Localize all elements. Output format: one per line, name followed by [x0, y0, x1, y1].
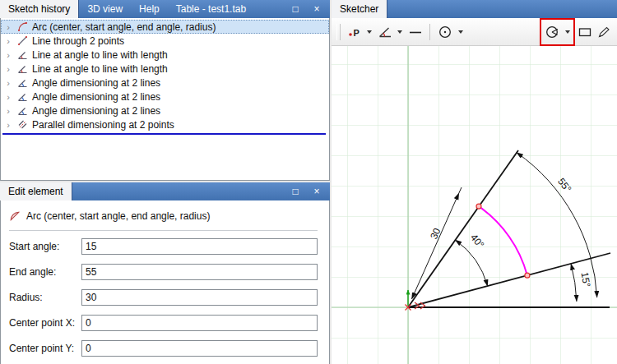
expander-icon[interactable]: ›	[4, 64, 12, 74]
list-item-label: Line at angle to line with length	[32, 63, 168, 75]
chevron-down-icon	[367, 30, 372, 34]
element-header: Arc (center, start angle, end angle, rad…	[9, 207, 318, 225]
form-field-center-x: Center point X:	[9, 315, 318, 331]
close-button[interactable]: ×	[308, 184, 326, 199]
edit-element-title: Edit element	[0, 182, 72, 200]
insertion-marker	[2, 133, 326, 135]
pencil-tool-button[interactable]	[595, 22, 614, 42]
list-item-angle-dim[interactable]: › Angle dimensioning at 2 lines	[1, 104, 329, 117]
window-controls: □ ×	[286, 182, 330, 200]
list-item-line-angle[interactable]: › Line at angle to line with length	[1, 62, 329, 76]
angle-dimension-icon	[16, 91, 28, 102]
list-item-parallel-dim[interactable]: › Parallel dimensioning at 2 points	[1, 117, 329, 131]
expander-icon[interactable]: ›	[4, 92, 12, 102]
list-item-label: Angle dimensioning at 2 lines	[32, 91, 160, 103]
maximize-button[interactable]: □	[286, 184, 304, 199]
list-item-label: Parallel dimensioning at 2 points	[32, 119, 174, 131]
sketcher-toolbar: P	[332, 18, 617, 46]
field-label: Radius:	[9, 292, 81, 303]
field-label: Start angle:	[9, 241, 81, 252]
end-angle-input[interactable]	[81, 264, 318, 280]
form-field-radius: Radius:	[9, 289, 318, 306]
close-button[interactable]: ×	[308, 2, 326, 16]
list-item-arc[interactable]: › Arc (center, start angle, end angle, r…	[1, 20, 329, 34]
tab-3d-view[interactable]: 3D view	[79, 0, 131, 18]
arc-endpoint-end[interactable]	[476, 204, 481, 209]
toolbar-grip-handle[interactable]	[336, 24, 341, 40]
expander-icon[interactable]: ›	[4, 22, 12, 32]
arc-icon	[9, 211, 21, 222]
tab-help[interactable]: Help	[131, 0, 168, 18]
tab-table-test1[interactable]: Table - test1.tab	[168, 0, 254, 18]
list-item-label: Angle dimensioning at 2 lines	[32, 105, 160, 117]
expander-icon[interactable]: ›	[4, 106, 12, 116]
point-tool-button[interactable]: P	[345, 22, 364, 42]
line-at-angle-icon	[16, 63, 28, 74]
arc-tool-button[interactable]	[542, 22, 562, 42]
list-item-label: Line at angle to line with length	[32, 49, 168, 61]
parallel-dimension-icon	[16, 119, 28, 130]
window-controls: □ ×	[286, 0, 330, 18]
line-at-angle-icon	[16, 49, 28, 60]
radius-input[interactable]	[81, 289, 318, 306]
center-y-input[interactable]	[81, 340, 318, 357]
sketcher-tabbar: Sketcher	[332, 0, 617, 18]
grid	[332, 46, 617, 364]
rectangle-tool-button[interactable]	[575, 22, 594, 42]
center-x-input[interactable]	[81, 315, 318, 331]
form-field-center-y: Center point Y:	[9, 340, 318, 357]
field-label: End angle:	[9, 266, 81, 278]
form-field-end-angle: End angle:	[9, 264, 318, 280]
edit-titlebar: Edit element □ ×	[0, 182, 330, 200]
arc-icon	[16, 21, 28, 32]
tab-sketch-history[interactable]: Sketch history	[0, 0, 79, 18]
chevron-down-icon	[397, 30, 402, 34]
point-tool-group: P	[345, 21, 375, 44]
list-item-label: Angle dimensioning at 2 lines	[32, 77, 160, 89]
form-field-start-angle: Start angle:	[9, 238, 318, 255]
sketcher-panel: Sketcher P	[332, 0, 617, 364]
expander-icon[interactable]: ›	[4, 78, 12, 88]
circle-tool-button[interactable]	[435, 22, 455, 42]
point-tool-dropdown[interactable]	[364, 22, 375, 42]
line-icon	[16, 35, 28, 46]
drawing-canvas[interactable]: 30 40° 55° 15°	[332, 46, 617, 364]
circle-tool-group	[435, 21, 466, 44]
separator	[9, 230, 318, 231]
chevron-down-icon	[458, 30, 463, 34]
edit-form: Arc (center, start angle, end angle, rad…	[0, 200, 330, 364]
start-angle-input[interactable]	[81, 238, 318, 255]
field-label: Center point Y:	[9, 343, 81, 354]
edit-element-panel: Edit element □ × Arc (center, start angl…	[0, 182, 330, 364]
arc-endpoint-start[interactable]	[525, 273, 530, 278]
expander-icon[interactable]: ›	[4, 50, 12, 60]
history-list: › Arc (center, start angle, end angle, r…	[0, 18, 330, 181]
svg-text:P: P	[353, 28, 359, 38]
history-tabbar: Sketch history 3D view Help Table - test…	[0, 0, 330, 18]
angle-dimension-icon	[16, 105, 28, 116]
maximize-button[interactable]: □	[286, 2, 304, 16]
angle-tool-group	[375, 21, 406, 44]
arc-tool-highlight-box	[540, 18, 575, 46]
list-item-line[interactable]: › Line through 2 points	[1, 34, 329, 48]
line-tool-button[interactable]	[406, 22, 424, 42]
list-item-angle-dim[interactable]: › Angle dimensioning at 2 lines	[1, 90, 329, 104]
circle-tool-dropdown[interactable]	[455, 22, 466, 42]
list-item-line-angle[interactable]: › Line at angle to line with length	[1, 48, 329, 62]
element-header-label: Arc (center, start angle, end angle, rad…	[26, 210, 210, 222]
list-item-label: Line through 2 points	[32, 35, 124, 47]
list-item-angle-dim[interactable]: › Angle dimensioning at 2 lines	[1, 76, 329, 90]
sketch-canvas-svg[interactable]: 30 40° 55° 15°	[332, 46, 617, 364]
tab-sketcher[interactable]: Sketcher	[332, 0, 387, 18]
expander-icon[interactable]: ›	[4, 36, 12, 46]
expander-icon[interactable]: ›	[4, 120, 12, 130]
sketch-history-panel: Sketch history 3D view Help Table - test…	[0, 0, 330, 178]
chevron-down-icon	[565, 30, 570, 34]
arc-tool-dropdown[interactable]	[562, 22, 573, 42]
field-label: Center point X:	[9, 317, 81, 329]
toolbar-separator	[429, 24, 430, 40]
angle-tool-dropdown[interactable]	[395, 22, 406, 42]
angle-dimension-icon	[16, 77, 28, 88]
angle-tool-button[interactable]	[375, 22, 395, 42]
list-item-label: Arc (center, start angle, end angle, rad…	[32, 21, 216, 33]
